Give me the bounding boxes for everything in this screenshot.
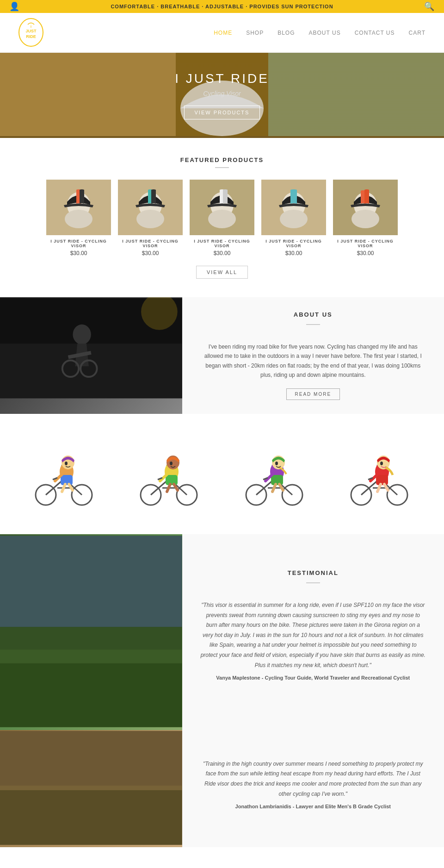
product-name-4: I JUST RIDE - CYCLING VISOR <box>261 239 326 248</box>
view-all-button[interactable]: VIEW ALL <box>196 266 248 279</box>
svg-point-13 <box>136 210 164 228</box>
hero-section: I JUST RIDE Cycling Visor VIEW PRODUCTS <box>0 53 444 138</box>
cyclist-svg-2 <box>132 437 206 511</box>
product-price-4: $30.00 <box>261 250 326 256</box>
product-svg-4 <box>261 180 326 235</box>
svg-rect-6 <box>268 53 444 136</box>
product-image-1 <box>46 180 111 235</box>
cyclist-svg-4 <box>343 437 417 511</box>
cyclist-figure-4 <box>343 437 417 511</box>
logo[interactable]: I JUST RIDE <box>18 18 44 48</box>
cyclist-figure-3 <box>238 437 312 511</box>
nav-item-contact[interactable]: CONTACT US <box>355 29 395 36</box>
about-photo <box>0 297 182 399</box>
featured-title: FEATURED PRODUCTS <box>14 156 430 163</box>
svg-line-68 <box>272 484 276 492</box>
main-nav: I JUST RIDE HOME SHOP BLOG ABOUT US CONT… <box>0 13 444 53</box>
testimonial-author-2: Jonathon Lambrianidis - Lawyer and Elite… <box>235 804 391 809</box>
product-name-2: I JUST RIDE - CYCLING VISOR <box>118 239 183 248</box>
svg-line-54 <box>167 484 170 492</box>
read-more-button[interactable]: READ MORE <box>286 388 340 400</box>
svg-rect-38 <box>61 475 73 485</box>
search-icon[interactable]: 🔍 <box>424 1 435 12</box>
product-svg-1 <box>46 180 111 235</box>
product-image-2 <box>118 180 183 235</box>
testimonial-section-2: "Training in the high country over summe… <box>0 730 444 847</box>
cyclists-section <box>0 414 444 534</box>
nav-item-shop[interactable]: SHOP <box>246 29 264 36</box>
svg-rect-5 <box>0 53 176 136</box>
product-card-2[interactable]: I JUST RIDE - CYCLING VISOR $30.00 <box>118 180 183 256</box>
svg-rect-80 <box>376 475 388 485</box>
product-svg-2 <box>118 180 183 235</box>
cyclist-figure-2 <box>132 437 206 511</box>
testimonial-title: TESTIMONIAL <box>288 569 339 576</box>
cyclist-svg-3 <box>238 437 312 511</box>
svg-point-22 <box>352 210 379 228</box>
testimonial-image-1 <box>0 534 182 730</box>
nav-links: HOME SHOP BLOG ABOUT US CONTACT US CART <box>214 29 426 36</box>
announcement-text: COMFORTABLE · BREATHABLE · ADJUSTABLE · … <box>111 4 333 9</box>
svg-line-82 <box>377 484 381 492</box>
nav-link-cart[interactable]: CART <box>409 30 426 36</box>
product-image-5 <box>333 180 398 235</box>
testimonial-content-2: "Training in the high country over summe… <box>182 730 444 847</box>
logo-svg: I JUST RIDE <box>18 18 44 48</box>
svg-point-16 <box>208 210 236 228</box>
testimonial-content-1: TESTIMONIAL "This visor is essential in … <box>182 534 444 730</box>
testimonial-author-1: Vanya Maplestone - Cycling Tour Guide, W… <box>216 675 410 681</box>
svg-rect-91 <box>0 536 182 727</box>
nav-link-blog[interactable]: BLOG <box>278 30 295 36</box>
user-icon[interactable]: 👤 <box>9 1 20 12</box>
product-svg-5 <box>333 180 398 235</box>
testimonial-quote-1: "This visor is essential in summer for a… <box>201 600 426 670</box>
testimonial-divider <box>306 582 320 583</box>
svg-text:RIDE: RIDE <box>26 34 36 39</box>
product-price-3: $30.00 <box>190 250 254 256</box>
svg-text:JUST: JUST <box>25 29 37 33</box>
featured-products-section: FEATURED PRODUCTS I JUST <box>0 138 444 297</box>
products-grid: I JUST RIDE - CYCLING VISOR $30.00 I JUS… <box>14 180 430 256</box>
svg-rect-95 <box>0 731 182 845</box>
svg-rect-52 <box>166 475 178 485</box>
product-name-5: I JUST RIDE - CYCLING VISOR <box>333 239 398 248</box>
product-card-4[interactable]: I JUST RIDE - CYCLING VISOR $30.00 <box>261 180 326 256</box>
product-name-3: I JUST RIDE - CYCLING VISOR <box>190 239 254 248</box>
svg-point-43 <box>65 462 68 465</box>
product-price-1: $30.00 <box>46 250 111 256</box>
nav-item-home[interactable]: HOME <box>214 29 232 36</box>
hero-subtitle: Cycling Visor <box>175 90 269 97</box>
top-bar: 👤 COMFORTABLE · BREATHABLE · ADJUSTABLE … <box>0 0 444 13</box>
hero-title: I JUST RIDE <box>175 71 269 86</box>
svg-line-40 <box>62 484 65 492</box>
product-price-2: $30.00 <box>118 250 183 256</box>
product-image-3 <box>190 180 254 235</box>
hero-view-products-button[interactable]: VIEW PRODUCTS <box>184 106 260 119</box>
svg-point-10 <box>65 210 92 228</box>
about-title: ABOUT US <box>294 311 333 318</box>
nav-link-home[interactable]: HOME <box>214 30 232 36</box>
nav-item-blog[interactable]: BLOG <box>278 29 295 36</box>
about-text: I've been riding my road bike for five y… <box>201 342 426 380</box>
testimonial-section: TESTIMONIAL "This visor is essential in … <box>0 534 444 730</box>
svg-text:I: I <box>31 25 31 28</box>
about-image <box>0 297 182 414</box>
svg-point-57 <box>170 462 173 465</box>
about-content: ABOUT US I've been riding my road bike f… <box>182 297 444 414</box>
product-image-4 <box>261 180 326 235</box>
product-price-5: $30.00 <box>333 250 398 256</box>
product-card-1[interactable]: I JUST RIDE - CYCLING VISOR $30.00 <box>46 180 111 256</box>
hero-content: I JUST RIDE Cycling Visor VIEW PRODUCTS <box>175 71 269 119</box>
nav-link-about[interactable]: ABOUT US <box>309 30 341 36</box>
nav-item-cart[interactable]: CART <box>409 29 426 36</box>
cyclist-svg-1 <box>27 437 101 511</box>
cyclist-figure-1 <box>27 437 101 511</box>
svg-point-19 <box>280 210 308 228</box>
product-card-3[interactable]: I JUST RIDE - CYCLING VISOR $30.00 <box>190 180 254 256</box>
nav-link-contact[interactable]: CONTACT US <box>355 30 395 36</box>
product-card-5[interactable]: I JUST RIDE - CYCLING VISOR $30.00 <box>333 180 398 256</box>
product-name-1: I JUST RIDE - CYCLING VISOR <box>46 239 111 248</box>
nav-item-about[interactable]: ABOUT US <box>309 29 341 36</box>
nav-link-shop[interactable]: SHOP <box>246 30 264 36</box>
product-svg-3 <box>190 180 254 235</box>
